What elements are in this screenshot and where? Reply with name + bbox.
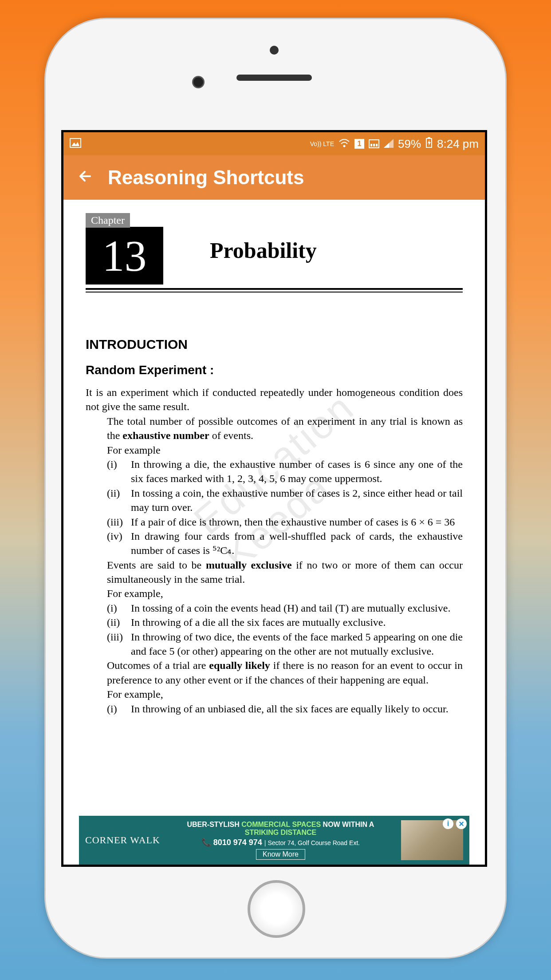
svg-marker-7 — [428, 140, 431, 146]
know-more-button[interactable]: Know More — [256, 849, 305, 860]
divider — [86, 292, 463, 292]
sub-heading: Random Experiment : — [86, 363, 463, 377]
sim-icon: 1 — [354, 139, 364, 149]
document-content[interactable]: Education Keeda Chapter 13 Probability I… — [63, 200, 485, 808]
list-item: (iii)If a pair of dice is thrown, then t… — [107, 515, 463, 529]
list-item: (ii)In tossing a coin, the exhaustive nu… — [107, 486, 463, 515]
gallery-icon — [70, 137, 81, 151]
paragraph: The total number of possible outcomes of… — [107, 414, 463, 443]
label-for-example: For example, — [107, 586, 463, 601]
list-item: (iv)In drawing four cards from a well-sh… — [107, 529, 463, 558]
label-for-example: For example, — [107, 687, 463, 701]
phone-camera — [192, 76, 205, 88]
svg-point-2 — [343, 145, 346, 147]
ad-close-icon[interactable]: × — [456, 818, 467, 829]
back-button[interactable] — [77, 166, 94, 190]
chapter-title: Probability — [210, 237, 317, 263]
ad-banner[interactable]: CORNER WALK UBER-STYLISH COMMERCIAL SPAC… — [79, 816, 469, 865]
chapter-label: Chapter — [86, 213, 130, 228]
label-for-example: For example — [107, 443, 463, 457]
section-heading: INTRODUCTION — [86, 337, 463, 352]
status-bar: Vo)) LTE 1 59% 8:24 pm — [63, 132, 485, 155]
device-screen: Vo)) LTE 1 59% 8:24 pm Reasoning — [61, 130, 487, 867]
svg-rect-6 — [428, 137, 430, 138]
signal-2-icon — [384, 137, 394, 151]
ad-logo: CORNER WALK — [85, 834, 160, 846]
clock-text: 8:24 pm — [437, 137, 479, 151]
phone-speaker — [236, 75, 312, 81]
list-item: (i)In throwing of an unbiased die, all t… — [107, 702, 463, 716]
chapter-header: Chapter 13 Probability — [86, 213, 463, 292]
paragraph: It is an experiment which if conducted r… — [86, 385, 463, 414]
app-title: Reasoning Shortcuts — [108, 166, 304, 189]
paragraph: Events are said to be mutually exclusive… — [107, 558, 463, 587]
list-item: (i)In throwing a die, the exhaustive num… — [107, 457, 463, 486]
chapter-number: 13 — [86, 227, 163, 285]
divider — [86, 288, 463, 290]
paragraph: Outcomes of a trial are equally likely i… — [107, 658, 463, 687]
list-item: (ii)In throwing of a die all the six fac… — [107, 615, 463, 629]
phone-sensor — [270, 46, 279, 55]
home-button[interactable] — [248, 880, 305, 938]
signal-1-icon — [369, 139, 379, 148]
ad-info-icon[interactable]: i — [443, 818, 453, 829]
battery-icon — [425, 137, 433, 151]
svg-marker-1 — [71, 142, 79, 146]
list-item: (i)In tossing of a coin the events head … — [107, 601, 463, 615]
battery-text: 59% — [398, 137, 421, 151]
wifi-icon — [338, 137, 350, 151]
list-item: (iii)In throwing of two dice, the events… — [107, 630, 463, 659]
phone-frame: Vo)) LTE 1 59% 8:24 pm Reasoning — [44, 18, 507, 959]
svg-marker-4 — [384, 143, 389, 148]
lte-icon: Vo)) LTE — [310, 141, 334, 147]
app-bar: Reasoning Shortcuts — [63, 155, 485, 200]
ad-text: UBER-STYLISH COMMERCIAL SPACES NOW WITHI… — [160, 821, 401, 860]
